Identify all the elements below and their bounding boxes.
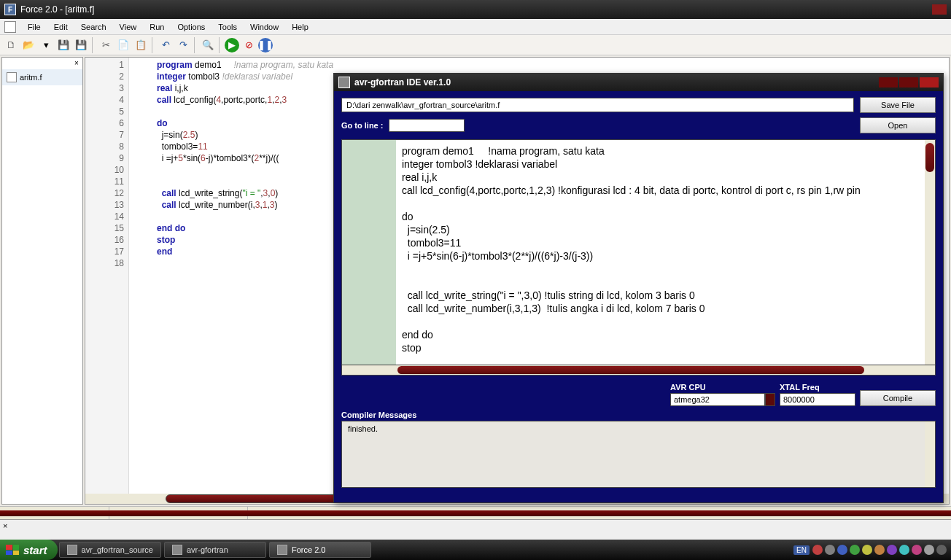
line-gutter: 123456789101112131415161718: [85, 58, 129, 504]
tray-icon[interactable]: [912, 545, 922, 555]
pause-icon[interactable]: ❚❚: [258, 38, 273, 52]
ide-title-text: avr-gfortran IDE ver.1.0: [354, 77, 451, 88]
document-icon[interactable]: [4, 21, 16, 33]
compiler-output: finished.: [348, 424, 378, 433]
cut-icon[interactable]: ✂: [98, 37, 114, 53]
sidebar-file-label: aritm.f: [20, 73, 42, 82]
save-file-button[interactable]: Save File: [860, 97, 936, 113]
ide-titlebar[interactable]: avr-gfortran IDE ver.1.0: [334, 74, 943, 91]
compiler-messages-label: Compiler Messages: [341, 411, 936, 419]
open-file-icon[interactable]: 📂: [20, 37, 36, 53]
ide-horizontal-scrollbar[interactable]: [341, 365, 936, 376]
maximize-button[interactable]: [899, 77, 918, 88]
cpu-dropdown-icon[interactable]: [765, 393, 775, 406]
menu-tools[interactable]: Tools: [212, 21, 243, 33]
undo-icon[interactable]: ↶: [158, 37, 174, 53]
save-all-icon[interactable]: 💾: [73, 37, 89, 53]
system-tray: EN: [789, 545, 951, 555]
menu-edit[interactable]: Edit: [48, 21, 74, 33]
xtal-freq-input[interactable]: [780, 393, 855, 406]
redo-icon[interactable]: ↷: [175, 37, 191, 53]
lower-pane: ×: [0, 519, 951, 540]
sidebar-close-icon[interactable]: ×: [72, 59, 81, 68]
file-path-input[interactable]: [341, 98, 854, 112]
menu-help[interactable]: Help: [286, 21, 314, 33]
app-icon: [277, 545, 287, 555]
sidebar-file-item[interactable]: aritm.f: [2, 69, 82, 85]
ide-code-text[interactable]: program demo1 !nama program, satu kata i…: [396, 140, 935, 365]
taskbar-item-force[interactable]: Force 2.0: [269, 542, 371, 558]
app-icon: [172, 545, 182, 555]
tray-icon[interactable]: [850, 545, 860, 555]
toolbar: 🗋 📂 ▾ 💾 💾 ✂ 📄 📋 ↶ ↷ 🔍 ▶ ⊘ ❚❚: [0, 35, 951, 55]
avr-cpu-label: AVR CPU: [670, 383, 775, 392]
tray-icon[interactable]: [862, 545, 872, 555]
taskbar: start avr_gfortran_source avr-gfortran F…: [0, 540, 951, 560]
file-icon: [7, 72, 17, 82]
copy-icon[interactable]: 📄: [115, 37, 131, 53]
folder-icon: [67, 545, 77, 555]
avr-cpu-input[interactable]: [670, 393, 765, 406]
new-file-icon[interactable]: 🗋: [3, 37, 19, 53]
menu-options[interactable]: Options: [171, 21, 211, 33]
file-sidebar: × aritm.f: [1, 57, 83, 505]
taskbar-item-avr-source[interactable]: avr_gfortran_source: [59, 542, 161, 558]
tray-icon[interactable]: [899, 545, 909, 555]
compiler-messages: finished.: [341, 421, 936, 488]
goto-line-label: Go to line :: [341, 121, 383, 130]
open-button[interactable]: Open: [860, 117, 936, 133]
menu-window[interactable]: Window: [244, 21, 284, 33]
save-icon[interactable]: 💾: [55, 37, 71, 53]
force-app-icon: F: [4, 4, 16, 15]
menu-file[interactable]: File: [22, 21, 47, 33]
start-label: start: [23, 544, 47, 556]
windows-flag-icon: [6, 545, 19, 555]
open-dropdown-icon[interactable]: ▾: [38, 37, 54, 53]
tray-icon[interactable]: [812, 545, 823, 555]
tray-icon[interactable]: [874, 545, 885, 555]
window-title: Force 2.0 - [aritm.f]: [20, 4, 94, 15]
menu-view[interactable]: View: [114, 21, 143, 33]
ide-app-icon: [338, 77, 350, 88]
compile-button[interactable]: Compile: [860, 390, 936, 406]
tray-icon[interactable]: [825, 545, 835, 555]
menu-run[interactable]: Run: [144, 21, 170, 33]
force-titlebar[interactable]: F Force 2.0 - [aritm.f]: [0, 0, 951, 19]
tray-icon[interactable]: [837, 545, 847, 555]
menu-search[interactable]: Search: [75, 21, 112, 33]
start-button[interactable]: start: [0, 540, 58, 560]
messages-scrollbar[interactable]: [925, 421, 935, 487]
ide-window: avr-gfortran IDE ver.1.0 Save File Go to…: [333, 73, 944, 503]
run-icon[interactable]: ▶: [225, 38, 239, 52]
ide-code-area: program demo1 !nama program, satu kata i…: [341, 139, 936, 365]
xtal-freq-label: XTAL Freq: [780, 383, 855, 392]
close-button[interactable]: [920, 77, 939, 88]
scrollbar-thumb[interactable]: [925, 143, 934, 172]
menubar: File Edit Search View Run Options Tools …: [0, 19, 951, 35]
scrollbar-thumb[interactable]: [397, 366, 864, 374]
goto-line-input[interactable]: [389, 119, 465, 132]
minimize-button[interactable]: [879, 77, 898, 88]
tray-icon[interactable]: [887, 545, 897, 555]
tray-icon[interactable]: [924, 545, 934, 555]
tray-icon[interactable]: [936, 545, 947, 555]
close-button[interactable]: [932, 4, 947, 15]
ide-gutter: [342, 140, 396, 365]
stop-icon[interactable]: ⊘: [241, 37, 257, 53]
vertical-scrollbar[interactable]: [925, 140, 935, 365]
divider-strip: [0, 510, 951, 516]
lower-close-icon[interactable]: ×: [3, 521, 7, 530]
paste-icon[interactable]: 📋: [133, 37, 149, 53]
search-icon[interactable]: 🔍: [200, 37, 216, 53]
language-indicator[interactable]: EN: [793, 545, 810, 555]
taskbar-item-avr-gfortran[interactable]: avr-gfortran: [164, 542, 266, 558]
